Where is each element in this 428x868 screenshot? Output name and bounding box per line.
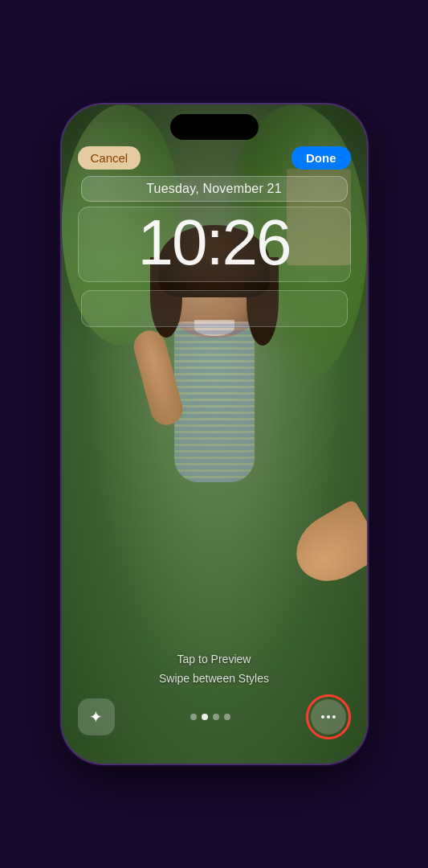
lock-screen-ui: Cancel Done Tuesday, November 21 10:26 T… [62,104,367,764]
more-options-button[interactable] [311,699,346,735]
sparkle-icon: ✦ [89,707,103,727]
tap-preview-label: Tap to Preview [177,653,251,665]
time-container[interactable]: 10:26 [78,207,351,282]
time-display: 10:26 [137,207,290,278]
done-button[interactable]: Done [291,146,351,170]
cancel-button[interactable]: Cancel [78,146,141,170]
customize-button[interactable]: ✦ [78,698,115,735]
widget-area[interactable] [81,290,348,327]
bottom-controls: ✦ [78,694,351,739]
swipe-styles-label: Swipe between Styles [159,672,269,685]
more-dot-2 [327,715,330,719]
page-dot-4 [224,714,230,720]
dynamic-island [170,114,259,140]
bottom-area: Tap to Preview Swipe between Styles ✦ [62,653,367,764]
more-dot-1 [321,715,324,719]
more-dot-3 [332,715,336,719]
page-dot-1 [190,714,197,720]
more-button-wrapper [306,694,351,739]
page-dot-3 [213,714,219,720]
page-dots [190,714,230,720]
page-dot-2 [202,714,208,720]
screen: Cancel Done Tuesday, November 21 10:26 T… [62,104,367,764]
date-text: Tuesday, November 21 [146,182,282,195]
date-container[interactable]: Tuesday, November 21 [81,176,348,202]
phone-shell: Cancel Done Tuesday, November 21 10:26 T… [62,104,367,764]
spacer [62,327,367,653]
